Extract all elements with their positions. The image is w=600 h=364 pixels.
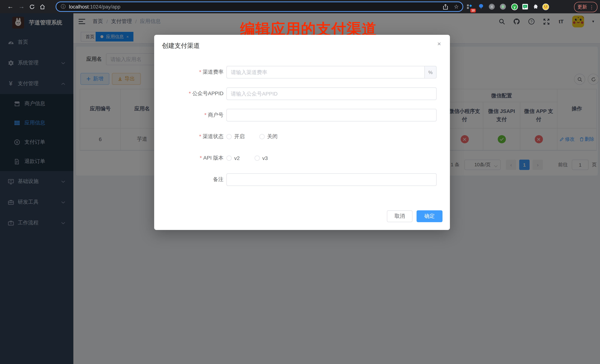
balloon-extension-icon[interactable] — [476, 2, 486, 11]
channel-rate-input[interactable] — [226, 66, 425, 79]
api-v2-radio[interactable]: v2 — [226, 155, 240, 161]
remark-input[interactable] — [226, 173, 437, 186]
update-button[interactable]: 更新 ⋮ — [574, 2, 597, 12]
home-icon[interactable] — [37, 0, 47, 13]
webpage: 芋道管理系统 首页 系统管理 ¥ 支 — [0, 13, 600, 364]
chat-extension-icon[interactable] — [520, 2, 530, 11]
appid-label: 公众号APPID — [192, 90, 224, 96]
form-row-api-version: *API 版本 v2 v3 — [163, 152, 437, 164]
merchant-id-label: 商户号 — [208, 112, 224, 118]
required-mark: * — [204, 112, 206, 118]
address-bar[interactable]: ⓘ localhost:1024/pay/app ☆ — [56, 1, 463, 12]
recorder-extension-icon[interactable] — [498, 2, 508, 11]
create-channel-dialog: 创建支付渠道 × *渠道费率 % *公众号APPID *商户号 — [154, 35, 450, 230]
channel-status-label: 渠道状态 — [203, 133, 224, 139]
command-extension-icon[interactable]: ⌘ — [487, 2, 497, 11]
reload-icon[interactable] — [27, 0, 37, 13]
merchant-id-input[interactable] — [226, 109, 437, 121]
cancel-button[interactable]: 取消 — [387, 210, 412, 222]
radio-circle-icon — [226, 134, 232, 139]
bookmark-star-icon[interactable]: ☆ — [454, 3, 459, 10]
devtools-extension-icon[interactable]: 10 — [465, 2, 474, 11]
screen: ← → ⓘ localhost:1024/pay/app ☆ 10 ⌘ — [0, 0, 600, 364]
required-mark: * — [189, 90, 191, 96]
api-v3-radio[interactable]: v3 — [255, 155, 268, 161]
forward-icon[interactable]: → — [16, 0, 27, 13]
form-row-channel-rate: *渠道费率 % — [163, 66, 437, 79]
extensions-puzzle-icon[interactable] — [531, 2, 540, 11]
form-row-appid: *公众号APPID — [163, 87, 437, 100]
api-version-label: API 版本 — [203, 155, 224, 161]
appid-input[interactable] — [226, 87, 437, 100]
svg-text:⌘: ⌘ — [490, 5, 493, 9]
share-icon[interactable] — [443, 4, 448, 9]
close-dialog-icon[interactable]: × — [436, 41, 442, 47]
status-closed-radio[interactable]: 关闭 — [259, 133, 278, 140]
kebab-menu-icon[interactable]: ⋮ — [589, 4, 594, 10]
browser-toolbar: ← → ⓘ localhost:1024/pay/app ☆ 10 ⌘ — [0, 0, 600, 13]
confirm-button[interactable]: 确定 — [417, 210, 442, 222]
radio-circle-icon — [255, 155, 260, 161]
radio-circle-icon — [259, 134, 265, 139]
radio-circle-icon — [226, 155, 232, 161]
form-row-remark: 备注 — [163, 173, 437, 186]
url-text[interactable]: localhost:1024/pay/app — [69, 4, 121, 9]
required-mark: * — [199, 69, 201, 75]
channel-rate-label: 渠道费率 — [203, 69, 224, 75]
percent-suffix: % — [425, 66, 437, 79]
dialog-title: 创建支付渠道 — [162, 41, 200, 50]
required-mark: * — [200, 155, 202, 161]
status-open-radio[interactable]: 开启 — [226, 133, 244, 140]
back-icon[interactable]: ← — [5, 0, 16, 13]
site-info-icon[interactable]: ⓘ — [61, 3, 66, 10]
y-extension-icon[interactable]: y — [510, 2, 519, 11]
emoji-avatar-extension-icon[interactable] — [541, 2, 550, 11]
extension-badge: 10 — [470, 9, 476, 13]
form-row-channel-status: *渠道状态 开启 关闭 — [163, 130, 437, 143]
remark-label: 备注 — [213, 176, 224, 182]
form-row-merchant-id: *商户号 — [163, 109, 437, 121]
required-mark: * — [199, 133, 201, 139]
svg-text:y: y — [514, 5, 516, 9]
